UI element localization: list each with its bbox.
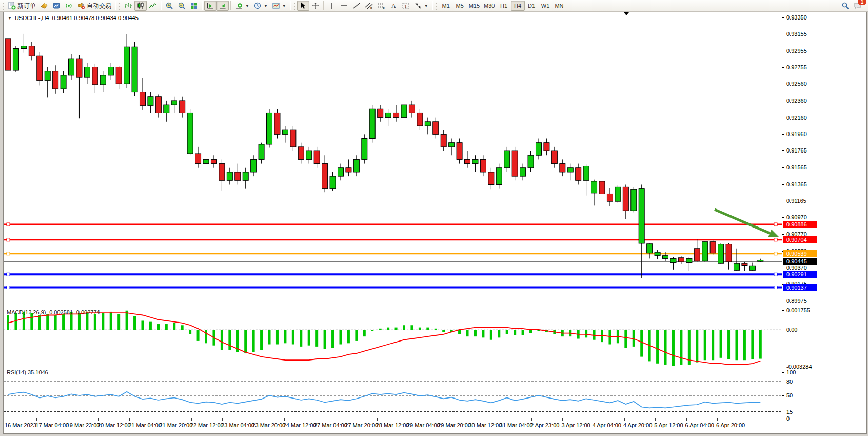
search-icon (841, 2, 850, 10)
time-tick (98, 418, 99, 421)
autotrading-button[interactable]: 自动交易 (75, 1, 113, 11)
macd-histogram-bar (221, 330, 223, 350)
time-axis-label: 20 Mar 12:00 (97, 422, 131, 428)
candle-body (306, 151, 312, 159)
timeframe-d1-button[interactable]: D1 (525, 1, 539, 11)
macd-histogram-bar (712, 330, 714, 360)
toolbar-grip[interactable] (119, 2, 121, 10)
line-handle[interactable] (774, 238, 777, 241)
time-tick (253, 418, 253, 421)
bar-chart-button[interactable] (122, 1, 134, 11)
candle-body (13, 49, 18, 71)
search-button[interactable] (839, 1, 852, 11)
macd-name: MACD(12,26,9) (7, 309, 46, 315)
timeframe-mn-button[interactable]: MN (553, 1, 566, 11)
chart-shift-button[interactable] (216, 1, 229, 11)
line-handle[interactable] (774, 286, 777, 289)
macd-histogram-bar (751, 330, 754, 359)
auto-scroll-button[interactable] (204, 1, 216, 11)
price-axis[interactable]: 0.933500.931550.929550.927550.925600.923… (782, 12, 866, 433)
auto-scroll-icon (206, 2, 214, 10)
line-handle[interactable] (774, 252, 777, 255)
line-handle[interactable] (7, 238, 10, 241)
timeframe-w1-button[interactable]: W1 (539, 1, 553, 11)
signals-button[interactable] (63, 1, 75, 11)
equidistant-channel-button[interactable]: E (363, 1, 375, 11)
timeframe-h1-button[interactable]: H1 (497, 1, 511, 11)
macd-histogram-bar (727, 330, 730, 359)
indicators-button[interactable]: ▼ (233, 1, 251, 11)
macd-histogram-bar (284, 330, 286, 343)
timeframe-m1-button[interactable]: M1 (439, 1, 453, 11)
time-axis-label: 27 Mar 04:00 (314, 422, 347, 428)
price-chart-canvas[interactable] (4, 12, 782, 307)
arrows-button[interactable]: ▼ (412, 1, 430, 11)
trendline-icon (352, 2, 361, 10)
market-watch-button[interactable] (50, 1, 63, 11)
zoom-in-button[interactable] (163, 1, 175, 11)
timeframe-m5-button[interactable]: M5 (453, 1, 467, 11)
text-label-button[interactable]: T (400, 1, 412, 11)
candle-body (203, 159, 209, 163)
line-handle[interactable] (7, 286, 10, 289)
text-button[interactable]: A (387, 1, 400, 11)
rsi-chart-canvas[interactable] (4, 368, 782, 418)
line-handle[interactable] (7, 273, 10, 276)
trend-arrow[interactable] (715, 210, 770, 233)
candle-body (512, 151, 518, 176)
candle-body (567, 168, 573, 172)
crosshair-button[interactable] (309, 1, 322, 11)
metaeditor-button[interactable] (38, 1, 50, 11)
toolbar-separator (161, 1, 162, 10)
collapse-arrow-icon[interactable]: ▼ (8, 16, 12, 21)
line-handle[interactable] (774, 223, 777, 226)
candle-body (155, 97, 161, 113)
candle-body (457, 143, 462, 160)
macd-chart-canvas[interactable] (4, 308, 782, 367)
line-handle[interactable] (7, 223, 10, 226)
macd-histogram-bar (466, 330, 469, 336)
time-tick (624, 418, 625, 421)
macd-histogram-bar (30, 313, 33, 330)
time-axis[interactable]: 16 Mar 202317 Mar 04:0019 Mar 23:0020 Ma… (4, 418, 782, 433)
trendline-button[interactable] (350, 1, 363, 11)
periods-button[interactable]: ▼ (251, 1, 270, 11)
time-axis-label: 27 Mar 20:00 (345, 422, 378, 428)
macd-histogram-bar (315, 330, 318, 347)
timeframe-m15-button[interactable]: M15 (467, 1, 482, 11)
line-handle[interactable] (7, 252, 10, 255)
line-chart-button[interactable] (147, 1, 159, 11)
zoom-out-button[interactable] (175, 1, 188, 11)
fibonacci-button[interactable]: F (375, 1, 387, 11)
toolbar-grip[interactable] (293, 2, 296, 10)
timeframe-h4-button[interactable]: H4 (511, 1, 525, 11)
candle-body (726, 244, 732, 262)
tile-windows-button[interactable] (188, 1, 200, 11)
time-tick (315, 418, 315, 421)
cursor-button[interactable] (297, 1, 309, 11)
macd-histogram-bar (498, 330, 500, 337)
new-order-button[interactable]: 新订单 (6, 1, 38, 11)
templates-button[interactable]: ▼ (270, 1, 288, 11)
dropdown-caret-icon: ▼ (282, 4, 286, 8)
vertical-line-button[interactable] (326, 1, 338, 11)
macd-histogram-bar (54, 315, 57, 330)
horizontal-line-button[interactable] (338, 1, 350, 11)
notifications-button[interactable]: 1 (852, 1, 864, 11)
macd-histogram-bar (735, 330, 738, 360)
candle-body (425, 122, 430, 126)
toolbar-grip[interactable] (436, 2, 438, 10)
time-tick (594, 418, 594, 421)
main-toolbar: 新订单 自动交易 (0, 0, 868, 12)
candlestick-chart-button[interactable] (134, 1, 147, 11)
candle-body (314, 151, 320, 164)
timeframe-m30-button[interactable]: M30 (482, 1, 497, 11)
candle-body (488, 172, 494, 185)
macd-histogram-bar (133, 316, 136, 330)
toolbar-grip[interactable] (2, 2, 5, 10)
time-tick (129, 418, 130, 421)
macd-histogram-bar (664, 330, 667, 365)
trend-arrow-head[interactable] (768, 230, 779, 237)
line-handle[interactable] (774, 273, 777, 276)
macd-histogram-bar (435, 329, 437, 330)
